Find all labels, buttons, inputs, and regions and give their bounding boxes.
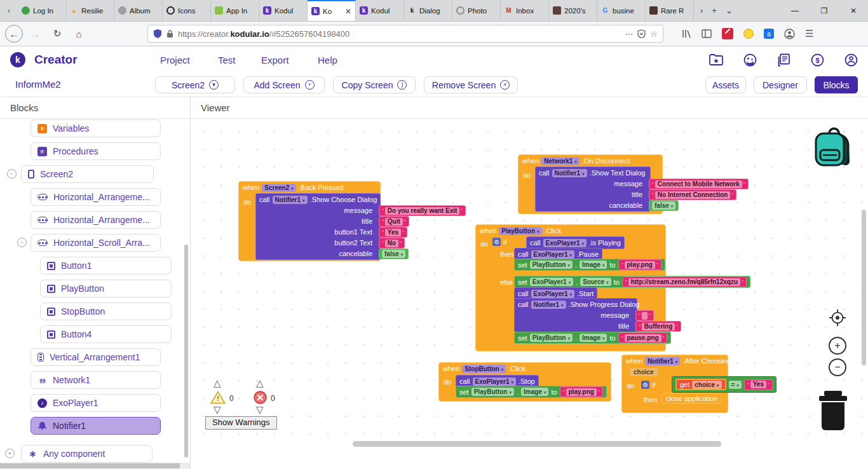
- block-text-pause-png[interactable]: "pause.png": [618, 332, 668, 343]
- block-call-show-choose-dialog[interactable]: callNotifier1.Show Choose Dialog message…: [255, 193, 381, 260]
- assets-button[interactable]: Assets: [705, 76, 746, 93]
- browser-tab[interactable]: Gbusine: [597, 0, 646, 21]
- component-dropdown[interactable]: ExoPlayer1: [531, 290, 574, 298]
- block-text-message[interactable]: "Connect to Mobile Network": [649, 179, 749, 189]
- reload-button[interactable]: ↻: [48, 25, 66, 43]
- block-when-playbutton-click[interactable]: whenPlayButton.Click do ⚙if callExoPlaye…: [475, 224, 666, 351]
- emoji-extension-icon[interactable]: [743, 29, 754, 39]
- block-when-network1-on-disconnect[interactable]: whenNetwork1.On Disconnect do callNotifi…: [518, 154, 663, 214]
- tab-list-dropdown-icon[interactable]: ⌄: [726, 6, 733, 15]
- browser-tab[interactable]: MInbox: [501, 0, 549, 21]
- forward-button[interactable]: →: [27, 25, 44, 43]
- browser-tab[interactable]: Rare R: [646, 0, 694, 21]
- sidebar-item-vertical-arrangement1[interactable]: Vertical_Arrangement1: [31, 348, 161, 366]
- translate-extension-icon[interactable]: a: [764, 29, 774, 39]
- center-blocks-icon[interactable]: [829, 309, 846, 327]
- property-dropdown[interactable]: Source: [580, 278, 611, 286]
- block-text-title[interactable]: "Quit": [379, 216, 409, 227]
- component-dropdown[interactable]: PlayButton: [530, 261, 573, 269]
- designer-button[interactable]: Designer: [754, 76, 807, 93]
- property-dropdown[interactable]: Image: [580, 261, 607, 269]
- documentation-icon[interactable]: [777, 53, 790, 67]
- warning-scroll-down-icon[interactable]: ▽: [214, 405, 221, 414]
- account-icon[interactable]: [784, 29, 795, 39]
- screen-selector[interactable]: Screen2▾: [155, 76, 235, 93]
- browser-tab[interactable]: ▲Resilie: [66, 0, 114, 21]
- block-set-playbutton-image[interactable]: setPlayButton.Imageto "play.png": [514, 259, 665, 271]
- tracking-protection-shield-icon[interactable]: [153, 29, 162, 39]
- sidebar-item-any-component[interactable]: ∗Any component: [21, 445, 153, 463]
- property-dropdown[interactable]: Image: [521, 388, 548, 396]
- new-tab-button[interactable]: +: [712, 6, 717, 15]
- block-text-play-png[interactable]: "play.png": [560, 386, 603, 397]
- sidebar-item-stopbutton[interactable]: StopButton: [40, 302, 172, 320]
- block-call-show-text-dialog[interactable]: callNotifier1.Show Text Dialog message "…: [535, 167, 651, 212]
- menu-icon[interactable]: ☰: [805, 28, 813, 39]
- sidebar-item-variables[interactable]: xVariables: [31, 119, 161, 137]
- url-text[interactable]: https://creator.kodular.io/#525265760419…: [178, 29, 620, 39]
- sidebars-icon[interactable]: [702, 29, 712, 38]
- blocks-canvas[interactable]: whenScreen2.Back Pressed do callNotifier…: [191, 119, 868, 469]
- browser-tab[interactable]: Album: [114, 0, 163, 21]
- block-when-stopbutton-click[interactable]: whenStopButton.Click do callExoPlayer1.S…: [438, 362, 611, 402]
- block-call-exoplayer-is-playing[interactable]: callExoPlayer1.is Playing: [526, 236, 625, 249]
- block-text-message[interactable]: "Do you really want Exit": [379, 205, 466, 216]
- block-set-exoplayer-source[interactable]: setExoPlayer1.Sourceto "http://stream.ze…: [514, 276, 750, 288]
- sidebar-item-screen2[interactable]: Screen2: [21, 165, 154, 183]
- backpack-icon[interactable]: [812, 126, 854, 170]
- browser-tab-active[interactable]: kKo✕: [308, 0, 356, 21]
- browser-tab[interactable]: Photo: [452, 0, 501, 21]
- window-close-button[interactable]: ✕: [839, 0, 868, 22]
- operator-dropdown[interactable]: =: [729, 381, 742, 389]
- mutator-gear-icon[interactable]: ⚙: [492, 238, 501, 246]
- collapse-icon[interactable]: −: [17, 238, 27, 247]
- component-dropdown[interactable]: Notifier1: [552, 169, 587, 177]
- bookmark-star-icon[interactable]: ☆: [650, 29, 658, 39]
- block-when-screen2-back-pressed[interactable]: whenScreen2.Back Pressed do callNotifier…: [238, 181, 381, 261]
- sidebar-item-playbutton[interactable]: PlayButton: [40, 280, 172, 297]
- component-dropdown[interactable]: Notifier1: [645, 357, 680, 365]
- menu-help[interactable]: Help: [318, 55, 337, 65]
- browser-tab[interactable]: kKodul: [259, 0, 308, 21]
- component-dropdown[interactable]: ExoPlayer1: [531, 250, 574, 259]
- component-dropdown[interactable]: Network1: [541, 157, 580, 165]
- block-close-application[interactable]: close application: [661, 393, 722, 404]
- warning-scroll-up-icon[interactable]: △: [214, 378, 221, 388]
- component-dropdown[interactable]: ExoPlayer1: [530, 278, 573, 286]
- sidebar-item-notifier1[interactable]: Notifier1: [31, 417, 161, 435]
- warning-icon[interactable]: !: [210, 391, 226, 404]
- window-maximize-button[interactable]: ❐: [810, 0, 839, 22]
- block-text-stream-url[interactable]: "http://stream.zeno.fm/q85rfn12xqzu": [622, 276, 747, 287]
- block-when-notifier1-after-choosing[interactable]: whenNotifier1.After Choosing choice do ⚙…: [621, 355, 728, 413]
- error-icon[interactable]: [254, 391, 267, 404]
- component-dropdown[interactable]: PlayButton: [530, 334, 573, 342]
- block-text-play-png[interactable]: "play.png": [618, 259, 661, 270]
- event-parameter-choice[interactable]: choice: [630, 368, 658, 376]
- kodular-logo[interactable]: k: [10, 52, 25, 67]
- sidebar-item-procedures[interactable]: ≡Procedures: [31, 142, 161, 160]
- blocks-button[interactable]: Blocks: [815, 76, 858, 93]
- component-dropdown[interactable]: Notifier1: [273, 196, 308, 204]
- url-bar[interactable]: https://creator.kodular.io/#525265760419…: [147, 25, 663, 43]
- component-dropdown[interactable]: Notifier1: [531, 301, 566, 309]
- window-minimize-button[interactable]: —: [780, 0, 810, 22]
- browser-tab[interactable]: App In: [211, 0, 259, 21]
- component-dropdown[interactable]: StopButton: [462, 365, 506, 373]
- block-set-playbutton-image[interactable]: setPlayButton.Imageto "play.png": [456, 386, 607, 398]
- error-scroll-down-icon[interactable]: ▽: [256, 405, 264, 414]
- viewer-horizontal-scrollbar[interactable]: [353, 441, 721, 447]
- remove-screen-button[interactable]: Remove Screen×: [424, 76, 518, 93]
- community-icon[interactable]: [743, 53, 757, 67]
- mutator-gear-icon[interactable]: ⚙: [641, 381, 649, 389]
- menu-project[interactable]: Project: [160, 55, 190, 65]
- tab-scroll-left-icon[interactable]: ‹: [0, 0, 18, 21]
- menu-test[interactable]: Test: [218, 55, 236, 65]
- sidebar-item-horizontal-arrangement1[interactable]: Horizontal_Arrangeme...: [31, 188, 161, 206]
- trash-icon[interactable]: [815, 390, 851, 432]
- library-icon[interactable]: [681, 29, 691, 39]
- block-text-yes[interactable]: "Yes": [744, 379, 773, 390]
- expand-icon[interactable]: +: [5, 449, 15, 458]
- block-logic-false[interactable]: false: [649, 200, 679, 211]
- projects-folder-icon[interactable]: [709, 53, 723, 66]
- browser-tab[interactable]: 2020's: [549, 0, 597, 21]
